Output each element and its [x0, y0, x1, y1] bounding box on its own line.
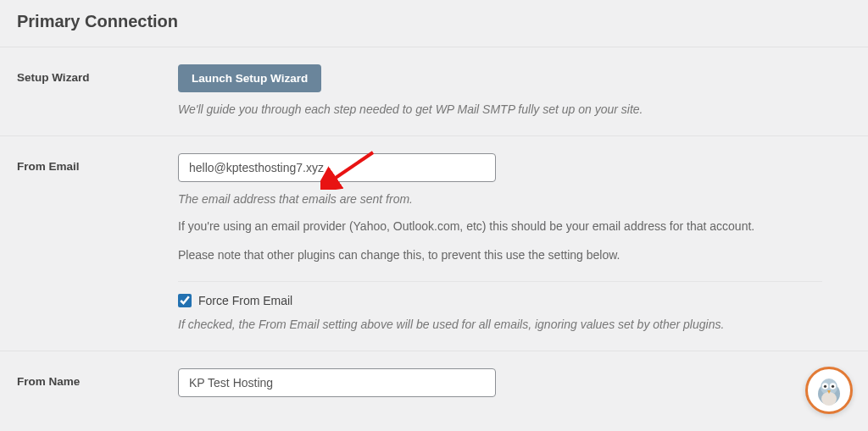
from-name-row: From Name — [0, 351, 868, 414]
from-email-row: From Email The email address that emails… — [0, 136, 868, 351]
page-title: Primary Connection — [0, 0, 868, 47]
launch-setup-wizard-button[interactable]: Launch Setup Wizard — [178, 64, 321, 92]
from-email-label: From Email — [17, 160, 80, 173]
divider — [178, 281, 822, 282]
setup-wizard-label: Setup Wizard — [17, 71, 89, 84]
from-name-input[interactable] — [178, 368, 496, 397]
setup-wizard-description: We'll guide you through each step needed… — [178, 101, 839, 119]
from-email-desc1: The email address that emails are sent f… — [178, 191, 839, 208]
force-from-email-desc: If checked, the From Email setting above… — [178, 316, 839, 334]
force-from-email-checkbox[interactable] — [178, 294, 192, 307]
from-email-desc2: If you're using an email provider (Yahoo… — [178, 217, 839, 237]
from-email-desc3: Please note that other plugins can chang… — [178, 246, 839, 266]
help-avatar-button[interactable] — [805, 367, 853, 414]
svg-point-7 — [824, 385, 826, 388]
setup-wizard-row: Setup Wizard Launch Setup Wizard We'll g… — [0, 47, 868, 136]
from-name-label: From Name — [17, 375, 80, 388]
svg-point-4 — [821, 392, 837, 406]
svg-point-8 — [832, 385, 834, 388]
from-email-input[interactable] — [178, 153, 496, 182]
force-from-email-checkbox-label[interactable]: Force From Email — [198, 294, 292, 307]
pigeon-avatar-icon — [810, 372, 848, 409]
